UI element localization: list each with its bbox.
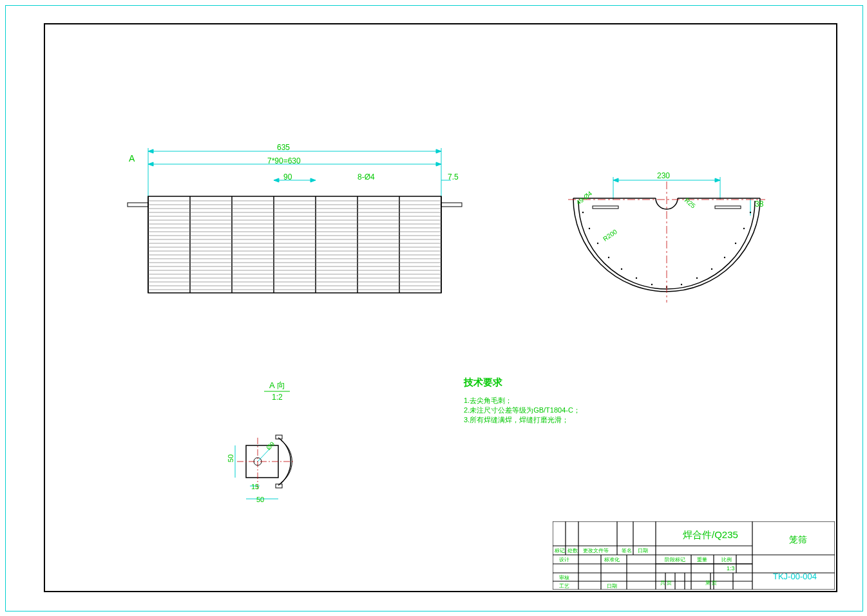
dim-38: 38 [755, 200, 763, 209]
notes-line2: 2.未注尺寸公差等级为GB/T1804-C； [464, 406, 580, 415]
tb-r1c3: 更改文件等 [583, 547, 609, 554]
svg-point-50 [608, 257, 609, 258]
tb-r1c5: 日期 [638, 547, 648, 554]
front-view [116, 142, 483, 309]
svg-point-59 [735, 243, 736, 244]
dim-50h: 50 [256, 496, 264, 503]
tb-sheet1: 共 页 [660, 579, 672, 586]
detail-scale: 1:2 [272, 393, 283, 402]
dim-90: 90 [283, 173, 292, 182]
svg-rect-64 [593, 206, 618, 209]
svg-rect-65 [715, 206, 741, 209]
svg-point-48 [589, 228, 590, 229]
tb-design: 设计 [559, 556, 569, 563]
svg-point-57 [711, 268, 712, 270]
tb-r1c1: 标记 [555, 547, 565, 554]
detail-title: A 向 [269, 380, 285, 391]
svg-point-55 [681, 284, 682, 285]
tb-appr: 工艺 [559, 583, 569, 590]
svg-line-76 [258, 449, 269, 462]
svg-point-47 [582, 212, 584, 213]
tb-drawingno: TKJ-00-004 [773, 572, 817, 581]
detail-view [225, 412, 329, 515]
dim-635: 635 [277, 143, 290, 152]
svg-point-52 [636, 277, 637, 279]
svg-rect-40 [441, 203, 462, 207]
dim-630: 7*90=630 [267, 156, 301, 165]
dim-15: 15 [251, 483, 259, 490]
tb-r1c2: 处数 [567, 547, 578, 554]
dim-7p5: 7.5 [448, 173, 459, 182]
tb-sheet2: 第 页 [705, 579, 717, 586]
svg-point-56 [696, 277, 698, 279]
tb-std: 标准化 [604, 556, 620, 563]
tb-scale: 比例 [721, 556, 732, 563]
tb-stage: 阶段标记 [665, 556, 685, 563]
tb-date2: 日期 [607, 583, 617, 590]
svg-point-53 [651, 284, 653, 285]
cad-drawing-canvas: A 635 7*90=630 90 8-Ø4 7.5 [0, 0, 867, 616]
dim-230: 230 [657, 171, 670, 180]
notes-line1: 1.去尖角毛刺； [464, 396, 512, 406]
notes-line3: 3.所有焊缝满焊，焊缝打磨光滑； [464, 415, 569, 425]
svg-point-58 [724, 257, 725, 258]
svg-point-61 [750, 212, 751, 213]
svg-point-51 [621, 268, 622, 270]
tb-weight: 重量 [697, 556, 707, 563]
svg-point-49 [597, 243, 598, 244]
dim-50v: 50 [227, 454, 234, 462]
svg-point-60 [743, 228, 745, 229]
tb-r1c4: 签名 [622, 547, 632, 554]
view-marker-a: A [129, 153, 135, 163]
tb-material: 焊合件/Q235 [683, 529, 738, 541]
tb-check: 审核 [559, 574, 569, 581]
tb-scaleval: 1:3 [727, 565, 735, 572]
tb-partname: 笼筛 [789, 534, 807, 546]
svg-rect-39 [128, 203, 148, 207]
dim-8holes: 8-Ø4 [357, 173, 375, 182]
svg-rect-6 [148, 196, 441, 293]
notes-title: 技术要求 [464, 377, 502, 389]
